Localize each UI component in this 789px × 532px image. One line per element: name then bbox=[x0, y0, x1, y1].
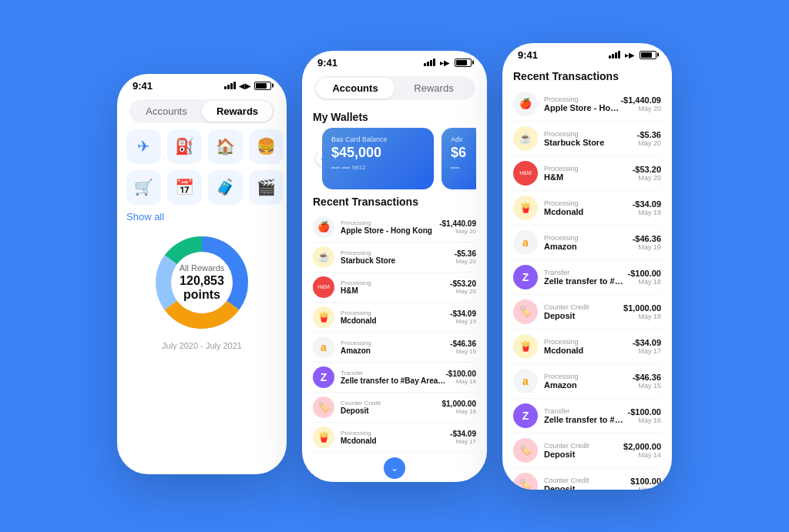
tx-amount-col: -$100.00 May 16 bbox=[628, 407, 661, 424]
tx-name: Zelle transfer to #Bay School bbox=[544, 415, 628, 424]
tx-date: May 20 bbox=[633, 174, 661, 182]
transaction-item: 🏷️ Counter Credit Deposit $100.00 May 01 bbox=[513, 468, 661, 490]
tx-amount-col: -$100.00 May 18 bbox=[628, 269, 661, 286]
tx-type: Processing bbox=[544, 338, 633, 346]
status-icons-3: ▸▶ bbox=[609, 51, 656, 59]
tx-icon: 🍟 bbox=[313, 306, 334, 328]
tx-date: May 18 bbox=[446, 378, 476, 385]
tx-icon: Z bbox=[513, 265, 538, 289]
tx-icon: 🍎 bbox=[313, 216, 334, 238]
tx-type: Processing bbox=[544, 130, 637, 138]
phone-transactions: 9:41 ▸▶ Recent Transactions 🍎 Processing… bbox=[502, 43, 672, 490]
tx-amount-col: -$1,440.09 May 20 bbox=[439, 219, 476, 235]
transaction-item: 🏷️ Counter Credit Deposit $1,000.00 May … bbox=[513, 295, 661, 330]
tx-amount-col: -$34.09 May 17 bbox=[633, 338, 661, 355]
category-home[interactable]: 🏠 bbox=[208, 129, 243, 164]
tx-amount: -$1,440.09 bbox=[439, 219, 476, 228]
category-luggage[interactable]: 🧳 bbox=[208, 170, 243, 205]
wifi-icon: ◀▶ bbox=[239, 82, 251, 90]
card-label-bas: Bas Card Balance bbox=[331, 136, 425, 143]
tx-amount: -$34.09 bbox=[450, 309, 476, 318]
tx-date: May 14 bbox=[623, 451, 661, 459]
tx-date: May 18 bbox=[623, 313, 661, 320]
tx-name: Mcdonald bbox=[544, 207, 633, 216]
tx-date: May 01 bbox=[630, 486, 661, 490]
category-gas[interactable]: ⛽ bbox=[167, 129, 202, 164]
tab-accounts-1[interactable]: Accounts bbox=[131, 101, 202, 122]
scroll-down-button[interactable]: ⌄ bbox=[384, 457, 405, 479]
tx-info: Transfer Zelle transfer to #Bay Area Chu… bbox=[544, 269, 628, 286]
transaction-list-2: 🍎 Processing Apple Store - Hong Kong -$1… bbox=[313, 212, 476, 453]
tx-info: Processing Mcdonald bbox=[341, 309, 450, 325]
card-number-bas: •••• •••• 9812 bbox=[331, 164, 425, 171]
tx-amount-col: $1,000.00 May 18 bbox=[442, 400, 477, 415]
transaction-list-3: 🍎 Processing Apple Store - Hong Kong -$1… bbox=[513, 87, 661, 490]
tx-icon: 🏷️ bbox=[313, 396, 334, 418]
tx-amount-col: -$34.09 May 19 bbox=[633, 199, 661, 216]
tx-info: Processing Apple Store - Hong Kong bbox=[544, 95, 620, 112]
transaction-item: 🍎 Processing Apple Store - Hong Kong -$1… bbox=[513, 87, 661, 122]
category-shopping[interactable]: 🛒 bbox=[126, 170, 161, 205]
phone-accounts: 9:41 ▸▶ Accounts Rewards My Wallets + Ba… bbox=[302, 51, 487, 482]
time-3: 9:41 bbox=[518, 49, 538, 61]
tab-accounts-2[interactable]: Accounts bbox=[316, 78, 394, 99]
tx-icon: Z bbox=[513, 403, 538, 428]
category-food[interactable]: 🍔 bbox=[249, 129, 284, 164]
tx-amount: -$34.09 bbox=[633, 338, 661, 347]
transactions-title-2: Recent Transactions bbox=[313, 196, 476, 208]
tx-name: Mcdonald bbox=[341, 437, 450, 445]
tx-icon: 🏷️ bbox=[513, 473, 538, 490]
tx-name: Apple Store - Hong Kong bbox=[341, 226, 439, 235]
transaction-item: Z Transfer Zelle transfer to #Bay Area C… bbox=[313, 363, 476, 393]
category-calendar[interactable]: 📅 bbox=[167, 170, 202, 205]
card-label-adv: Adv bbox=[451, 136, 475, 143]
status-bar-1: 9:41 ◀▶ bbox=[117, 74, 287, 95]
tx-amount: -$53.20 bbox=[450, 279, 476, 288]
tx-info: Processing Mcdonald bbox=[544, 199, 633, 216]
show-all-button[interactable]: Show all bbox=[126, 211, 277, 223]
wifi-icon-2: ▸▶ bbox=[440, 59, 450, 67]
wallet-card-adv[interactable]: Adv $6 •••• bbox=[442, 128, 476, 189]
tx-date: May 19 bbox=[450, 348, 476, 355]
tx-info: Counter Credit Deposit bbox=[544, 442, 623, 459]
status-icons-2: ▸▶ bbox=[424, 59, 472, 67]
tx-date: May 20 bbox=[620, 105, 661, 112]
tx-amount-col: $2,000.00 May 14 bbox=[623, 442, 661, 459]
tx-icon: 🏷️ bbox=[513, 299, 538, 324]
tx-name: Deposit bbox=[544, 450, 623, 459]
transaction-item: Z Transfer Zelle transfer to #Bay School… bbox=[513, 399, 661, 433]
transaction-item: ☕ Processing Starbuck Store -$5.36 May 2… bbox=[513, 122, 661, 156]
tab-rewards-2[interactable]: Rewards bbox=[394, 78, 473, 99]
tx-date: May 17 bbox=[633, 347, 661, 355]
tx-amount: -$100.00 bbox=[446, 370, 476, 378]
wallet-carousel[interactable]: + Bas Card Balance $45,000 •••• •••• 981… bbox=[313, 128, 476, 189]
tx-type: Counter Credit bbox=[341, 400, 442, 407]
tx-date: May 18 bbox=[442, 408, 477, 415]
tx-info: Processing Starbuck Store bbox=[544, 130, 637, 147]
tx-name: H&M bbox=[341, 286, 450, 295]
tx-amount-col: -$34.09 May 17 bbox=[450, 430, 476, 445]
tx-amount-col: -$46.36 May 19 bbox=[450, 340, 476, 355]
wallet-card-bas[interactable]: Bas Card Balance $45,000 •••• •••• 9812 bbox=[322, 128, 434, 189]
tx-type: Transfer bbox=[341, 370, 446, 376]
tx-name: Zelle transfer to #Bay Area Church bbox=[341, 376, 446, 385]
transaction-item: 🏷️ Counter Credit Deposit $2,000.00 May … bbox=[513, 433, 661, 468]
tx-icon: Z bbox=[313, 366, 334, 388]
tx-type: Processing bbox=[544, 234, 633, 242]
status-bar-3: 9:41 ▸▶ bbox=[502, 43, 672, 64]
tx-amount: -$1,440.09 bbox=[620, 95, 661, 105]
tx-amount: $2,000.00 bbox=[623, 442, 661, 451]
battery-icon-2 bbox=[455, 59, 472, 67]
category-entertainment[interactable]: 🎬 bbox=[249, 170, 284, 205]
tx-type: Processing bbox=[544, 373, 633, 380]
tx-amount-col: -$5.36 May 20 bbox=[455, 249, 476, 265]
signal-icon-3 bbox=[609, 51, 620, 59]
tx-icon: ☕ bbox=[313, 246, 334, 268]
tx-icon: a bbox=[513, 369, 538, 393]
category-travel[interactable]: ✈ bbox=[126, 129, 161, 164]
card-amount-bas: $45,000 bbox=[331, 145, 425, 161]
tab-rewards-1[interactable]: Rewards bbox=[202, 101, 273, 122]
transaction-item: a Processing Amazon -$46.36 May 19 bbox=[313, 333, 476, 363]
transaction-item: 🏷️ Counter Credit Deposit $1,000.00 May … bbox=[313, 393, 476, 423]
tx-amount: -$53.20 bbox=[633, 165, 661, 174]
